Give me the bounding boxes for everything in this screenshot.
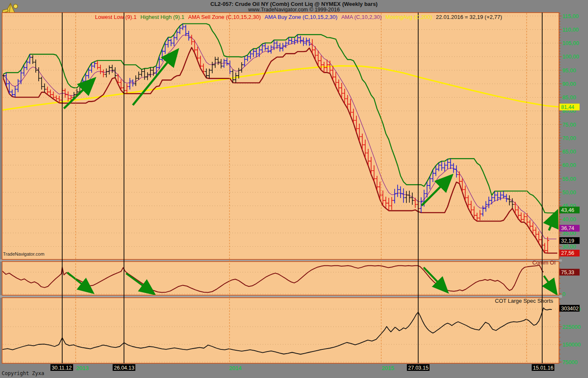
- indicator-legend: Lowest Low (9).1Highest High (9).1AMA Se…: [95, 13, 502, 20]
- value-tag-label: 81,44: [561, 104, 574, 110]
- legend-item-6: 22.01.2016 = 32,19 (+2,77): [436, 14, 502, 20]
- legend-item-5: MovingAvg (C,200): [385, 14, 432, 20]
- axis-label: 70,00: [562, 135, 576, 141]
- legend-item-0: Lowest Low (9).1: [95, 14, 137, 20]
- cot-panel-label: COT Large Spec Shorts: [471, 298, 553, 304]
- axis-label: 60,00: [562, 162, 576, 168]
- axis-label: 75000: [562, 359, 577, 365]
- year-label: 2014: [229, 365, 242, 371]
- price-panel[interactable]: [2, 13, 559, 259]
- year-label: 2015: [382, 365, 394, 371]
- watermark-text: TradeNavigator.com: [3, 251, 45, 256]
- legend-item-1: Highest High (9).1: [140, 14, 185, 20]
- tradenavigator-window: CL2-057: Crude Oil NY (Comb) Cont Liq @ …: [0, 0, 588, 378]
- date-tag-label: 15.01.16: [533, 365, 554, 371]
- date-tag-label: 27.03.15: [408, 365, 429, 371]
- axis-label: 110,00: [562, 26, 579, 33]
- value-tag-label: 32,19: [561, 238, 574, 244]
- value-tag-label: 303402: [561, 306, 579, 312]
- axis-label: 115,00: [562, 13, 579, 19]
- chart-canvas[interactable]: 115,00110,00105,00100,0095,0090,0085,008…: [0, 0, 588, 378]
- value-tag-label: 75,33: [561, 270, 574, 275]
- axis-label: 100,00: [562, 53, 579, 60]
- legend-item-2: AMA Sell Zone (C,10,15,2,30): [188, 14, 261, 20]
- legend-item-4: AMA (C,10,2,30): [341, 14, 382, 20]
- value-tag-label: 36,74: [561, 225, 574, 231]
- axis-label: 225000: [562, 324, 580, 330]
- comm-oi-panel[interactable]: [2, 262, 559, 295]
- axis-label: 90,00: [562, 81, 576, 87]
- axis-label: 55,00: [562, 176, 576, 182]
- axis-label: 105,00: [562, 40, 579, 46]
- copyright-text: Copyright Zyxa: [2, 370, 44, 376]
- axis-label: 30,00: [562, 243, 576, 250]
- axis-label: 65,00: [562, 148, 576, 155]
- date-tag-label: 26.04.13: [114, 365, 134, 371]
- value-tag-label: 27,56: [561, 250, 574, 256]
- axis-label: 85,00: [562, 94, 576, 100]
- axis-label: 50,00: [562, 189, 576, 196]
- value-tag-label: 43,46: [561, 207, 574, 213]
- axis-label: 0: [562, 291, 565, 297]
- date-tag-label: 30.11.12: [52, 365, 72, 371]
- legend-item-3: AMA Buy Zone (C,10,15,2,30): [264, 14, 337, 20]
- axis-label: 150000: [562, 341, 580, 348]
- axis-label: 95,00: [562, 67, 576, 74]
- comm-oi-panel-label: Comm OI: [496, 259, 556, 266]
- axis-label: 75,00: [562, 122, 576, 128]
- axis-label: 40,00: [562, 216, 576, 222]
- year-label: 2013: [76, 365, 89, 371]
